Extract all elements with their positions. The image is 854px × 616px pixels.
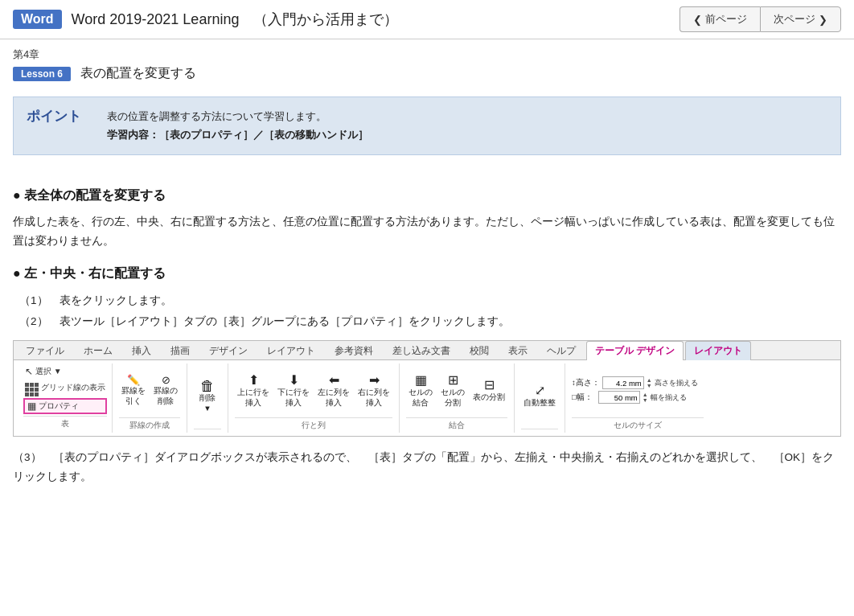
- chapter-section: 第4章 Lesson 6 表の配置を変更する: [0, 39, 854, 85]
- header: Word Word 2019-2021 Learning （入門から活用まで） …: [0, 0, 854, 39]
- section2-heading: ● 左・中央・右に配置する: [13, 265, 841, 282]
- eraser-icon: ⊘: [162, 374, 170, 386]
- split-cells-button[interactable]: ⊞ セルの 分割: [438, 371, 467, 410]
- delete-button[interactable]: 🗑 削除 ▼: [194, 377, 221, 414]
- ribbon-group-autofit: ⤢ 自動整整: [515, 363, 565, 433]
- lesson-title: 表の配置を変更する: [80, 65, 196, 82]
- merge-group-label: 結合: [406, 417, 507, 433]
- draw-border-button[interactable]: ✏️ 罫線を 引く: [119, 372, 148, 409]
- insert-right-icon: ➡: [369, 372, 380, 388]
- cursor-icon: ↖: [25, 366, 33, 377]
- height-row: ↕高さ： ▲▼ 高さを揃える: [572, 376, 698, 389]
- main-content: ● 表全体の配置を変更する 作成した表を、行の左、中央、右に配置する方法と、任意…: [0, 166, 854, 493]
- expand-width-button[interactable]: 幅を揃える: [651, 392, 687, 403]
- autofit-group-label: [521, 429, 558, 433]
- rows-cols-items: ⬆ 上に行を 挿入 ⬇ 下に行を 挿入 ⬅ 左に列を 挿入: [235, 365, 392, 416]
- tab-layout[interactable]: レイアウト: [258, 341, 324, 360]
- tab-mailings[interactable]: 差し込み文書: [384, 341, 459, 360]
- header-title: Word 2019-2021 Learning （入門から活用まで）: [72, 10, 399, 29]
- lesson-badge: Lesson 6: [13, 67, 71, 81]
- properties-icon: ▦: [27, 400, 36, 412]
- merge-cells-button[interactable]: ▦ セルの 結合: [406, 371, 435, 410]
- split-table-button[interactable]: ⊟ 表の分割: [470, 376, 507, 405]
- tab-help[interactable]: ヘルプ: [538, 341, 585, 360]
- insert-left-button[interactable]: ⬅ 左に列を 挿入: [315, 371, 352, 410]
- ribbon-group-rows-cols: ⬆ 上に行を 挿入 ⬇ 下に行を 挿入 ⬅ 左に列を 挿入: [228, 363, 400, 433]
- tab-draw[interactable]: 描画: [162, 341, 199, 360]
- nav-buttons: ❮ 前ページ 次ページ ❯: [680, 6, 841, 32]
- tab-table-design[interactable]: テーブル デザイン: [586, 341, 684, 360]
- border-items: ✏️ 罫線を 引く ⊘ 罫線の 削除: [119, 365, 180, 416]
- ribbon-area: ファイル ホーム 挿入 描画 デザイン レイアウト 参考資料 差し込み文書 校閲…: [13, 340, 841, 437]
- merge-items: ▦ セルの 結合 ⊞ セルの 分割 ⊟ 表の分割: [406, 365, 507, 416]
- prev-page-button[interactable]: ❮ 前ページ: [680, 6, 760, 32]
- word-badge: Word: [13, 10, 62, 29]
- section1-body: 作成した表を、行の左、中央、右に配置する方法と、任意の位置に配置する方法がありま…: [13, 212, 841, 252]
- insert-below-icon: ⬇: [289, 372, 299, 388]
- chevron-right-icon: ❯: [819, 14, 827, 26]
- gridlines-button[interactable]: グリッド線の表示: [23, 379, 107, 397]
- split-icon: ⊞: [448, 372, 458, 388]
- rows-cols-group-label: 行と列: [235, 417, 392, 433]
- delete-items: 🗑 削除 ▼: [194, 365, 221, 427]
- insert-left-icon: ⬅: [329, 372, 339, 388]
- insert-above-button[interactable]: ⬆ 上に行を 挿入: [235, 371, 272, 410]
- pen-icon: ✏️: [127, 374, 140, 386]
- ribbon-group-delete: 🗑 削除 ▼: [187, 363, 228, 433]
- point-line2: 学習内容：［表のプロパティ］／［表の移動ハンドル］: [107, 125, 368, 144]
- height-input[interactable]: [602, 376, 644, 389]
- width-input[interactable]: [598, 391, 640, 404]
- ribbon-group-table: ↖ 選択 ▼ グリッド線の表示: [18, 363, 113, 433]
- tab-references[interactable]: 参考資料: [326, 341, 382, 360]
- ribbon-tabs: ファイル ホーム 挿入 描画 デザイン レイアウト 参考資料 差し込み文書 校閲…: [14, 341, 840, 360]
- ribbon-group-borders: ✏️ 罫線を 引く ⊘ 罫線の 削除 罫線の作成: [113, 363, 187, 433]
- step2: （2） 表ツール［レイアウト］タブの［表］グループにある［プロパティ］をクリック…: [19, 311, 841, 332]
- tab-review[interactable]: 校閲: [461, 341, 498, 360]
- merge-icon: ▦: [415, 372, 427, 388]
- table-group-items: ↖ 選択 ▼ グリッド線の表示: [23, 365, 107, 414]
- delete-icon: 🗑: [200, 379, 215, 393]
- width-label: □幅：: [572, 392, 593, 403]
- point-content: 表の位置を調整する方法について学習します。 学習内容：［表のプロパティ］／［表の…: [107, 107, 368, 145]
- erase-border-button[interactable]: ⊘ 罫線の 削除: [151, 372, 180, 409]
- insert-right-button[interactable]: ➡ 右に列を 挿入: [355, 371, 392, 410]
- step3-text: （3） ［表のプロパティ］ダイアログボックスが表示されるので、 ［表］タブの「配…: [13, 448, 841, 487]
- lesson-row: Lesson 6 表の配置を変更する: [13, 65, 841, 82]
- chapter-label: 第4章: [13, 47, 841, 62]
- height-label: ↕高さ：: [572, 378, 600, 388]
- tab-insert[interactable]: 挿入: [123, 341, 160, 360]
- ribbon-group-merge: ▦ セルの 結合 ⊞ セルの 分割 ⊟ 表の分割 結合: [400, 363, 515, 433]
- grid-icon: [25, 380, 39, 396]
- split-table-icon: ⊟: [484, 377, 495, 392]
- section1-heading: ● 表全体の配置を変更する: [13, 187, 841, 204]
- borders-group-label: 罫線の作成: [119, 417, 180, 433]
- tab-file[interactable]: ファイル: [17, 341, 73, 360]
- ribbon-content: ↖ 選択 ▼ グリッド線の表示: [14, 360, 840, 436]
- tab-table-layout[interactable]: レイアウト: [685, 341, 751, 360]
- height-spinner[interactable]: ▲▼: [647, 377, 652, 388]
- autofit-icon: ⤢: [535, 383, 545, 398]
- properties-button[interactable]: ▦ プロパティ: [23, 398, 107, 414]
- step1: （1） 表をクリックします。: [19, 290, 841, 311]
- steps-list: （1） 表をクリックします。 （2） 表ツール［レイアウト］タブの［表］グループ…: [19, 290, 841, 331]
- tab-design[interactable]: デザイン: [200, 341, 257, 360]
- next-page-button[interactable]: 次ページ ❯: [760, 6, 841, 32]
- select-button[interactable]: ↖ 選択 ▼: [23, 365, 107, 378]
- width-row: □幅： ▲▼ 幅を揃える: [572, 391, 698, 404]
- chevron-left-icon: ❮: [693, 14, 702, 26]
- point-box: ポイント 表の位置を調整する方法について学習します。 学習内容：［表のプロパティ…: [13, 97, 841, 155]
- autofit-items: ⤢ 自動整整: [521, 365, 558, 427]
- insert-above-icon: ⬆: [248, 372, 259, 388]
- point-label: ポイント: [27, 107, 91, 125]
- autofit-button[interactable]: ⤢ 自動整整: [521, 381, 558, 410]
- header-left: Word Word 2019-2021 Learning （入門から活用まで）: [13, 10, 398, 29]
- tab-home[interactable]: ホーム: [75, 341, 121, 360]
- tab-view[interactable]: 表示: [499, 341, 536, 360]
- delete-group-label: [194, 429, 221, 433]
- ribbon-group-cell-size: ↕高さ： ▲▼ 高さを揃える □幅： ▲▼ 幅を揃える セルのサイ: [565, 363, 710, 433]
- width-spinner[interactable]: ▲▼: [643, 392, 648, 403]
- table-group-label: 表: [23, 416, 107, 431]
- expand-height-button[interactable]: 高さを揃える: [655, 378, 698, 388]
- size-fields: ↕高さ： ▲▼ 高さを揃える □幅： ▲▼ 幅を揃える: [572, 376, 698, 404]
- insert-below-button[interactable]: ⬇ 下に行を 挿入: [275, 371, 312, 410]
